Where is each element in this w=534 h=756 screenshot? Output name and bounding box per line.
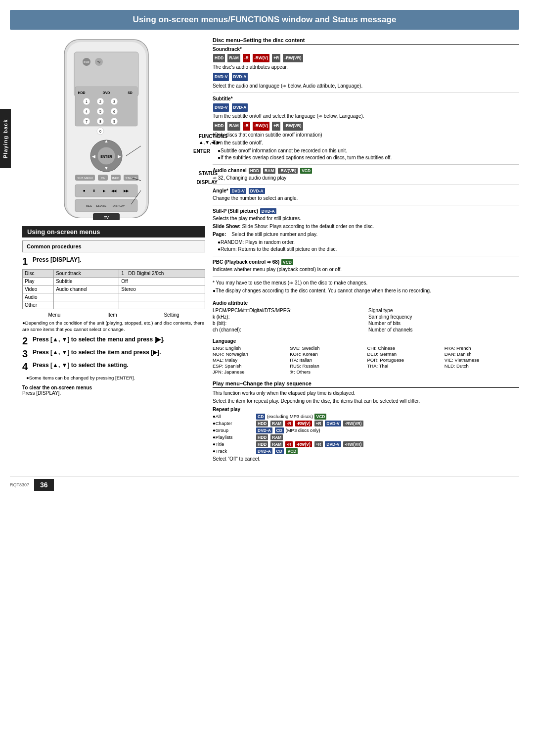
table-row: Play Subtitle Off (23, 278, 205, 285)
badge-rwv: -RW(V) (253, 54, 269, 62)
badge-r-sub: -R (243, 122, 250, 130)
lang-others: ※: Others (290, 369, 364, 375)
badge-rwvr-ti: -RW(VR) (343, 441, 363, 447)
attr-row-1-val: Signal type (368, 308, 519, 313)
step-2: 2 Press [▲, ▼] to select the menu and pr… (22, 336, 205, 346)
step-1-num: 1 (22, 256, 30, 266)
attr-row-4-label: ch (channel): (213, 327, 363, 332)
repeat-table: ●All CD (excluding MP3 discs) VCD ●Chapt… (213, 414, 519, 454)
svg-text:STATUS: STATUS (126, 177, 137, 180)
lang-ita: ITA: Italian (290, 357, 364, 363)
step-1-text: Press [DISPLAY]. (33, 256, 81, 264)
footnote-1: * You may have to use the menus (➾ 31) o… (213, 280, 519, 286)
step-4-note: ●Some items can be changed by pressing [… (26, 375, 205, 381)
step-4-text: Press [▲, ▼] to select the setting. (33, 362, 129, 370)
badge-rwv-sub: -RW(V) (253, 122, 269, 130)
badge-ram-sub: RAM (227, 122, 240, 130)
lang-rus: RUS: Russian (290, 363, 364, 369)
audio-attr-table: LPCM/PPCM/□□Digital/DTS/MPEG: Signal typ… (213, 308, 519, 332)
audio-attr-title: Audio attribute (213, 300, 519, 306)
badge-rwv-ch: -RW(V) (295, 421, 312, 426)
badge-rr-ch: +R (314, 421, 323, 426)
step-3-num: 3 (22, 349, 30, 359)
badge-hdd-audio: HDD (249, 168, 261, 174)
repeat-track-badges: DVD-A CD VCD (256, 448, 519, 454)
badge-hdd-pl: HDD (256, 434, 268, 440)
repeat-title-badges: HDD RAM -R -RW(V) +R DVD-V -RW(VR) (256, 441, 519, 447)
badge-rwvr-ch: -RW(VR) (343, 421, 363, 426)
svg-text:TV: TV (104, 215, 109, 220)
badge-rwvr: -RW(VR) (283, 54, 303, 62)
svg-text:4: 4 (86, 110, 88, 113)
lang-dan: DAN: Danish (445, 351, 519, 357)
still-p-page: Page: Select the still picture number an… (213, 231, 519, 238)
svg-text:▶: ▶ (118, 154, 121, 159)
svg-text:Ch: Ch (101, 177, 105, 180)
lang-kor: KOR: Korean (290, 351, 364, 357)
svg-text:■: ■ (83, 189, 85, 192)
table-row: Audio (23, 293, 205, 301)
lang-nld: NLD: Dutch (445, 363, 519, 369)
svg-text:DVD: DVD (103, 91, 110, 94)
soundtrack-desc1: The disc's audio attributes appear. (213, 64, 519, 71)
badge-ram-audio: RAM (263, 168, 275, 174)
svg-text:⏸: ⏸ (92, 189, 96, 192)
repeat-group-bullet: ●Group (213, 427, 255, 433)
svg-text:▲: ▲ (104, 139, 109, 143)
repeat-play-label: Repeat play (213, 407, 519, 412)
badge-hdd-ch: HDD (256, 421, 268, 426)
col-setting: Setting (164, 312, 179, 318)
section-heading: Using on-screen menus (22, 226, 205, 237)
steps-container: 1 Press [DISPLAY]. Disc Soundtrack 1 DD … (22, 256, 205, 396)
page-footer: RQT8307 36 (10, 476, 519, 491)
subtitle-desc2: (Only discs that contain subtitle on/off… (213, 132, 519, 139)
badge-rr-sub: +R (272, 122, 280, 130)
subtitle-label: Subtitle* (213, 96, 519, 101)
badge-dvda-angle: DVD-A (249, 188, 265, 194)
svg-text:6: 6 (113, 110, 115, 113)
svg-text:REC: REC (86, 204, 92, 207)
step-1-note: ●Depending on the condition of the unit … (22, 320, 205, 333)
badge-rwvr-sub: -RW(VR) (283, 122, 303, 130)
svg-text:8: 8 (99, 120, 101, 123)
audio-channel-desc: ➾ 32, Changing audio during play (213, 175, 519, 182)
content-wrapper: PWR TV HDD DVD SD 1 2 3 (22, 37, 519, 469)
badge-r-ti: -R (285, 441, 293, 447)
page-number: 36 (34, 479, 54, 491)
subtitle-bullet-2: ●If the subtitles overlap closed caption… (218, 154, 519, 161)
lang-esp: ESP: Spanish (213, 363, 287, 369)
subtitle-desc3: Turn the subtitle on/off. (213, 140, 519, 146)
angle-label: Angle* DVD-V DVD-A (213, 188, 519, 194)
svg-text:7: 7 (86, 120, 88, 123)
subtitle-badges-2: HDD RAM -R -RW(V) +R -RW(VR) (213, 121, 519, 131)
step-3-text: Press [▲, ▼] to select the item and pres… (33, 349, 161, 357)
pbc-label: PBC (Playback control ➾ 68) VCD (213, 259, 519, 265)
audio-attribute-section: Audio attribute LPCM/PPCM/□□Digital/DTS/… (213, 300, 519, 332)
badge-cd: CD (256, 414, 265, 420)
repeat-track-bullet: ●Track (213, 448, 255, 454)
select-off-text: Select "Off" to cancel. (213, 456, 519, 463)
col-menu: Menu (48, 312, 60, 318)
repeat-all-badges: CD (excluding MP3 discs) VCD (256, 414, 519, 420)
still-p-label: Still-P (Still picture) DVD-A (213, 208, 519, 214)
left-column: PWR TV HDD DVD SD 1 2 3 (22, 37, 205, 469)
lang-fra: FRA: French (445, 345, 519, 351)
badge-vcd-tr: VCD (286, 448, 298, 454)
badge-rr: +R (272, 54, 280, 62)
svg-text:3: 3 (113, 100, 115, 103)
repeat-title-bullet: ●Title (213, 441, 255, 447)
still-p-bullet-1: ●RANDOM: Plays in random order. (218, 239, 519, 246)
badge-dvda-sub: DVD-A (232, 103, 248, 112)
to-clear-text: Press [DISPLAY]. (22, 390, 61, 396)
attr-row-3-val: Number of bits (368, 321, 519, 326)
badge-dvda-tr: DVD-A (256, 448, 272, 454)
svg-text:0: 0 (99, 130, 101, 133)
badge-hdd: HDD (213, 54, 225, 62)
svg-text:INFO: INFO (112, 177, 120, 180)
menu-table-header: Menu Item Setting (22, 312, 205, 318)
lang-tha: THA: Thai (367, 363, 442, 369)
lang-eng: ENG: English (213, 345, 287, 351)
badge-dvda-stillp: DVD-A (260, 208, 276, 214)
svg-text:◀◀: ◀◀ (111, 189, 117, 192)
svg-text:HDD: HDD (78, 91, 85, 94)
